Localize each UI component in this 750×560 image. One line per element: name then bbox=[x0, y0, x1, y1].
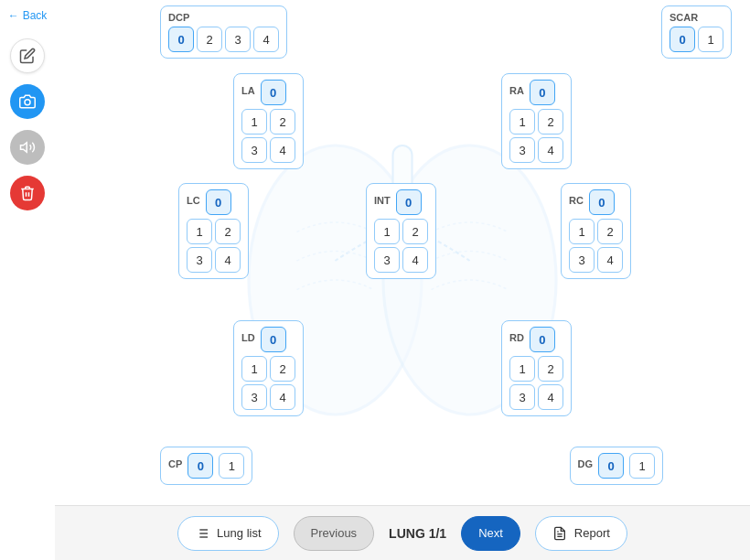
lc-btn-4[interactable]: 4 bbox=[215, 247, 241, 273]
delete-button[interactable] bbox=[10, 176, 45, 210]
page-label: LUNG 1/1 bbox=[389, 526, 446, 541]
la-btn-3[interactable]: 3 bbox=[241, 137, 267, 163]
int-grid: 1 2 3 4 bbox=[374, 219, 428, 273]
delete-icon bbox=[19, 185, 36, 201]
list-icon bbox=[195, 526, 209, 541]
next-label: Next bbox=[478, 526, 503, 540]
lc-btn-3[interactable]: 3 bbox=[187, 247, 212, 273]
int-btn-3[interactable]: 3 bbox=[374, 247, 400, 273]
rd-box: RD 0 1 2 3 4 bbox=[501, 320, 572, 416]
rc-box: RC 0 1 2 3 4 bbox=[561, 183, 631, 279]
ld-btn-0[interactable]: 0 bbox=[261, 327, 286, 352]
int-btn-2[interactable]: 2 bbox=[402, 219, 428, 244]
rc-btn-1[interactable]: 1 bbox=[569, 219, 595, 244]
scar-btn-0[interactable]: 0 bbox=[670, 27, 695, 52]
edit-icon bbox=[19, 48, 36, 64]
back-button[interactable]: ← Back bbox=[8, 9, 48, 22]
dg-btn-1[interactable]: 1 bbox=[629, 453, 655, 479]
ld-btn-1[interactable]: 1 bbox=[241, 356, 267, 382]
camera-icon bbox=[19, 93, 36, 110]
lc-box: LC 0 1 2 3 4 bbox=[178, 183, 249, 279]
rd-btn-3[interactable]: 3 bbox=[509, 384, 535, 410]
report-label: Report bbox=[574, 526, 610, 540]
la-btn-2[interactable]: 2 bbox=[270, 109, 295, 135]
dg-btn-0[interactable]: 0 bbox=[598, 453, 624, 479]
ra-btn-0[interactable]: 0 bbox=[530, 80, 555, 105]
ld-btn-4[interactable]: 4 bbox=[270, 384, 295, 410]
report-button[interactable]: Report bbox=[535, 516, 627, 551]
rc-btn-2[interactable]: 2 bbox=[597, 219, 623, 244]
cp-label: CP bbox=[168, 458, 182, 469]
audio-button[interactable] bbox=[10, 130, 45, 165]
rd-btn-2[interactable]: 2 bbox=[538, 356, 563, 382]
svg-marker-1 bbox=[21, 143, 27, 153]
lung-list-label: Lung list bbox=[217, 526, 261, 540]
ra-btn-1[interactable]: 1 bbox=[509, 109, 535, 135]
dcp-grid: 0 2 3 4 bbox=[168, 27, 279, 52]
lc-label: LC bbox=[187, 195, 200, 206]
dcp-btn-2[interactable]: 2 bbox=[197, 27, 222, 52]
dcp-btn-3[interactable]: 3 bbox=[225, 27, 251, 52]
scar-grid: 0 1 bbox=[670, 27, 723, 52]
ld-btn-3[interactable]: 3 bbox=[241, 384, 267, 410]
la-btn-0[interactable]: 0 bbox=[261, 80, 286, 105]
rc-label: RC bbox=[569, 195, 584, 206]
cp-btn-0[interactable]: 0 bbox=[188, 453, 213, 479]
sidebar: ← Back bbox=[0, 0, 55, 560]
dcp-btn-4[interactable]: 4 bbox=[253, 27, 279, 52]
previous-button[interactable]: Previous bbox=[294, 516, 375, 551]
dg-box: DG 0 1 bbox=[570, 447, 664, 485]
int-label: INT bbox=[374, 195, 391, 206]
scar-box: SCAR 0 1 bbox=[661, 5, 732, 59]
la-grid: 1 2 3 4 bbox=[241, 109, 295, 163]
next-button[interactable]: Next bbox=[461, 516, 520, 551]
lung-list-button[interactable]: Lung list bbox=[177, 516, 278, 551]
dcp-label: DCP bbox=[168, 12, 279, 23]
lc-btn-2[interactable]: 2 bbox=[215, 219, 241, 244]
report-icon bbox=[552, 526, 567, 541]
ld-box: LD 0 1 2 3 4 bbox=[233, 320, 304, 416]
dg-label: DG bbox=[578, 458, 594, 469]
la-box: LA 0 1 2 3 4 bbox=[233, 73, 304, 169]
rc-grid: 1 2 3 4 bbox=[569, 219, 623, 273]
int-btn-4[interactable]: 4 bbox=[402, 247, 428, 273]
back-label: Back bbox=[23, 9, 48, 22]
camera-button[interactable] bbox=[10, 84, 45, 119]
audio-icon bbox=[19, 139, 36, 156]
scar-btn-1[interactable]: 1 bbox=[698, 27, 723, 52]
scar-label: SCAR bbox=[670, 12, 723, 23]
ld-label: LD bbox=[241, 332, 255, 343]
rd-btn-4[interactable]: 4 bbox=[538, 384, 563, 410]
la-btn-4[interactable]: 4 bbox=[270, 137, 295, 163]
int-btn-1[interactable]: 1 bbox=[374, 219, 400, 244]
rc-btn-4[interactable]: 4 bbox=[597, 247, 623, 273]
la-label: LA bbox=[241, 85, 255, 96]
int-btn-0[interactable]: 0 bbox=[396, 189, 422, 215]
dcp-box: DCP 0 2 3 4 bbox=[160, 5, 287, 59]
ra-btn-4[interactable]: 4 bbox=[538, 137, 563, 163]
rd-btn-0[interactable]: 0 bbox=[530, 327, 555, 352]
la-btn-1[interactable]: 1 bbox=[241, 109, 267, 135]
ra-box: RA 0 1 2 3 4 bbox=[501, 73, 572, 169]
rc-btn-3[interactable]: 3 bbox=[569, 247, 595, 273]
ra-btn-2[interactable]: 2 bbox=[538, 109, 563, 135]
rd-label: RD bbox=[509, 332, 524, 343]
dcp-btn-0[interactable]: 0 bbox=[168, 27, 194, 52]
ra-grid: 1 2 3 4 bbox=[509, 109, 563, 163]
lc-btn-0[interactable]: 0 bbox=[206, 189, 231, 215]
svg-point-0 bbox=[25, 100, 30, 105]
ra-label: RA bbox=[509, 85, 524, 96]
back-arrow-icon: ← bbox=[8, 9, 19, 22]
ld-grid: 1 2 3 4 bbox=[241, 356, 295, 410]
ra-btn-3[interactable]: 3 bbox=[509, 137, 535, 163]
ld-btn-2[interactable]: 2 bbox=[270, 356, 295, 382]
int-box: INT 0 1 2 3 4 bbox=[366, 183, 436, 279]
lc-btn-1[interactable]: 1 bbox=[187, 219, 212, 244]
rd-grid: 1 2 3 4 bbox=[509, 356, 563, 410]
edit-button[interactable] bbox=[10, 38, 45, 73]
rd-btn-1[interactable]: 1 bbox=[509, 356, 535, 382]
rc-btn-0[interactable]: 0 bbox=[589, 189, 615, 215]
previous-label: Previous bbox=[311, 526, 358, 540]
cp-box: CP 0 1 bbox=[160, 447, 252, 485]
cp-btn-1[interactable]: 1 bbox=[219, 453, 244, 479]
